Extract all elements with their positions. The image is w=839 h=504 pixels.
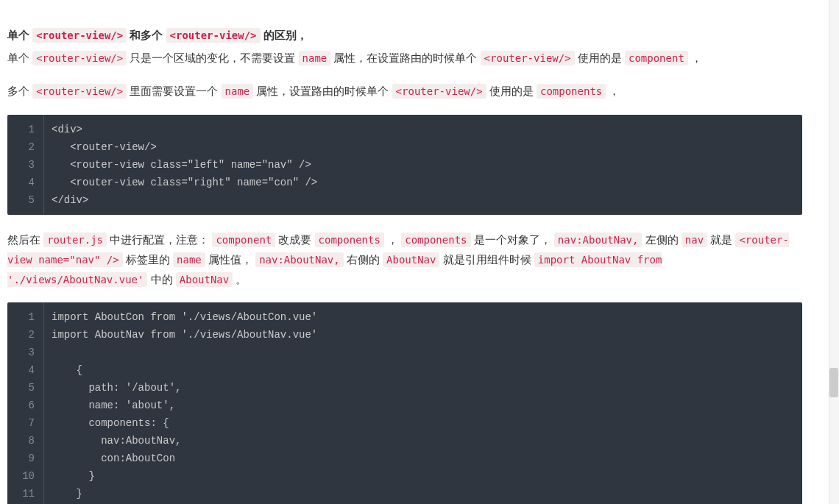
code-inline: name bbox=[299, 51, 331, 65]
text: 标签里的 bbox=[126, 253, 173, 266]
code-inline: name bbox=[173, 252, 205, 267]
text: 多个 bbox=[7, 85, 32, 97]
paragraph: 然后在 router.js 中进行配置，注意： component 改成要 co… bbox=[7, 230, 802, 290]
code-row: 6 name: 'about', bbox=[7, 397, 802, 414]
code-inline: nav bbox=[682, 233, 707, 247]
code-inline: component bbox=[212, 233, 275, 247]
code-line: import AboutNav from './views/AboutNav.v… bbox=[44, 326, 317, 344]
text: 中的 bbox=[151, 273, 176, 285]
line-number: 2 bbox=[7, 326, 44, 344]
text: 就是 bbox=[710, 233, 735, 246]
line-number: 2 bbox=[7, 138, 44, 156]
page-scrollbar[interactable] bbox=[829, 0, 839, 504]
paragraph: 多个 <router-view/> 里面需要设置一个 name 属性，设置路由的… bbox=[7, 81, 802, 101]
code-inline: <router-view/> bbox=[392, 84, 486, 99]
code-row: 3 bbox=[7, 344, 802, 361]
code-line: con:AboutCon bbox=[44, 450, 175, 467]
line-number: 1 bbox=[7, 115, 44, 138]
line-number: 6 bbox=[7, 397, 44, 414]
text: 属性值， bbox=[208, 253, 255, 266]
code-inline: <router-view/> bbox=[32, 51, 127, 65]
code-inline: components bbox=[537, 84, 606, 99]
code-inline: <router-view/> bbox=[32, 84, 127, 99]
text: 使用的是 bbox=[489, 85, 537, 97]
text: 里面需要设置一个 bbox=[130, 85, 221, 97]
text: 右侧的 bbox=[347, 253, 383, 266]
code-line: } bbox=[44, 467, 95, 485]
code-line: <router-view/> bbox=[44, 138, 157, 156]
text: 。 bbox=[236, 273, 247, 285]
text: 单个 bbox=[7, 52, 32, 64]
text: 中进行配置，注意： bbox=[110, 233, 212, 246]
text: 就是引用组件时候 bbox=[443, 253, 534, 266]
code-line: import AboutCon from './views/AboutCon.v… bbox=[44, 302, 317, 326]
code-row: 8 nav:AboutNav, bbox=[7, 432, 802, 450]
text: 和多个 bbox=[130, 29, 166, 41]
line-number: 4 bbox=[7, 174, 44, 191]
code-inline: nav:AboutNav, bbox=[255, 252, 344, 267]
code-inline: AboutNav bbox=[176, 272, 233, 287]
code-inline: AboutNav bbox=[383, 252, 439, 267]
code-inline: <router-view/> bbox=[481, 51, 575, 65]
code-line: name: 'about', bbox=[44, 397, 175, 414]
line-number: 9 bbox=[7, 450, 44, 467]
code-line: <div> bbox=[44, 115, 82, 138]
code-line: <router-view class="right" name="con" /> bbox=[44, 174, 317, 191]
code-line: <router-view class="left" name="nav" /> bbox=[44, 156, 311, 174]
text: 然后在 bbox=[7, 233, 43, 246]
code-row: 1<div> bbox=[7, 115, 802, 138]
paragraph: 单个 <router-view/> 只是一个区域的变化，不需要设置 name 属… bbox=[7, 48, 802, 68]
text: 只是一个区域的变化，不需要设置 bbox=[130, 52, 298, 64]
line-number: 10 bbox=[7, 467, 44, 485]
text: 的区别， bbox=[263, 29, 308, 41]
text: 属性，设置路由的时候单个 bbox=[256, 85, 392, 97]
code-row: 9 con:AboutCon bbox=[7, 450, 802, 467]
code-inline: name bbox=[222, 84, 254, 99]
line-number: 7 bbox=[7, 414, 44, 432]
code-row: 4 { bbox=[7, 361, 802, 379]
heading-line: 单个 <router-view/> 和多个 <router-view/> 的区别… bbox=[7, 25, 802, 45]
code-inline: <router-view/> bbox=[166, 28, 261, 43]
code-inline: <router-view/> bbox=[32, 28, 127, 43]
text: ， bbox=[387, 233, 401, 246]
code-row: 7 components: { bbox=[7, 414, 802, 432]
article-content: 单个 <router-view/> 和多个 <router-view/> 的区别… bbox=[0, 0, 810, 504]
text: 单个 bbox=[7, 29, 32, 41]
code-line: path: '/about', bbox=[44, 379, 181, 397]
line-number: 3 bbox=[7, 156, 44, 174]
line-number: 3 bbox=[7, 344, 44, 361]
code-inline: router.js bbox=[43, 233, 107, 247]
line-number: 1 bbox=[7, 302, 44, 326]
code-inline: components bbox=[315, 233, 384, 247]
line-number: 11 bbox=[7, 485, 44, 504]
code-block: 1<div>2 <router-view/>3 <router-view cla… bbox=[7, 115, 802, 215]
code-row: 5</div> bbox=[7, 191, 802, 215]
scrollbar-thumb[interactable] bbox=[829, 368, 838, 397]
text: 是一个对象了， bbox=[474, 233, 554, 246]
code-row: 11 } bbox=[7, 485, 802, 504]
code-line bbox=[44, 344, 52, 361]
text: ， bbox=[691, 52, 702, 64]
line-number: 5 bbox=[7, 191, 44, 215]
code-row: 3 <router-view class="left" name="nav" /… bbox=[7, 156, 802, 174]
code-line: { bbox=[44, 361, 82, 379]
text: 左侧的 bbox=[645, 233, 682, 246]
line-number: 8 bbox=[7, 432, 44, 450]
code-row: 4 <router-view class="right" name="con" … bbox=[7, 174, 802, 191]
code-row: 5 path: '/about', bbox=[7, 379, 802, 397]
code-line: </div> bbox=[44, 191, 88, 215]
text: ， bbox=[609, 85, 620, 97]
code-block: 1import AboutCon from './views/AboutCon.… bbox=[7, 302, 802, 504]
code-inline: component bbox=[625, 51, 688, 65]
code-row: 2import AboutNav from './views/AboutNav.… bbox=[7, 326, 802, 344]
code-inline: components bbox=[401, 233, 470, 247]
text: 属性，在设置路由的时候单个 bbox=[333, 52, 480, 64]
text: 使用的是 bbox=[578, 52, 625, 64]
code-row: 2 <router-view/> bbox=[7, 138, 802, 156]
code-line: nav:AboutNav, bbox=[44, 432, 181, 450]
line-number: 5 bbox=[7, 379, 44, 397]
code-line: components: { bbox=[44, 414, 169, 432]
text: 改成要 bbox=[278, 233, 314, 246]
line-number: 4 bbox=[7, 361, 44, 379]
code-row: 1import AboutCon from './views/AboutCon.… bbox=[7, 302, 802, 326]
